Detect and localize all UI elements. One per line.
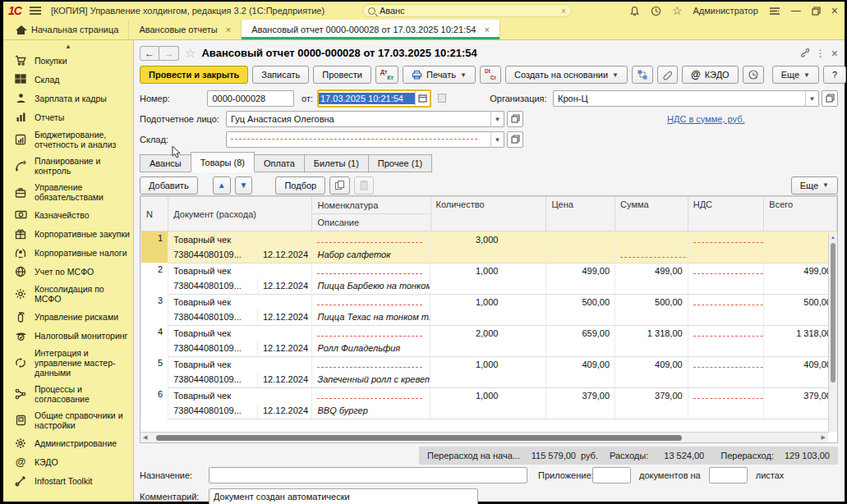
close-icon[interactable]: × [831, 5, 838, 16]
move-down-button[interactable]: ▼ [235, 176, 253, 195]
table-row-line2[interactable]: 738044080109...12.12.2024 Пицца Барбекю … [141, 278, 837, 294]
col-header-nomenclature[interactable]: Номенклатура [312, 197, 430, 214]
purpose-field[interactable] [209, 467, 527, 483]
table-row-line2[interactable]: 738044080109...12.12.2024 Набор салфеток [141, 247, 837, 263]
main-menu-icon[interactable] [30, 7, 41, 15]
table-more-button[interactable]: Еще▼ [791, 176, 838, 195]
sidebar-item-payroll-hr[interactable]: Зарплата и кадры [3, 89, 133, 108]
scroll-left-icon[interactable]: ◀ [140, 434, 150, 441]
move-up-button[interactable]: ▲ [213, 176, 231, 195]
favorites-star-icon[interactable]: ☆ [672, 4, 683, 17]
pick-button[interactable]: Подбор [275, 176, 325, 195]
table-row[interactable]: 1 Товарный чек 3,000 [141, 231, 837, 247]
vat-in-total-link[interactable]: НДС в сумме, руб. [667, 114, 745, 124]
vertical-scrollbar[interactable]: ▲ [828, 233, 837, 432]
col-header-price[interactable]: Цена [546, 197, 615, 231]
sidebar-item-warehouse[interactable]: Склад [3, 70, 133, 89]
col-header-qty[interactable]: Количество [430, 197, 546, 231]
more-dots-icon[interactable]: ⋮ [816, 48, 826, 59]
col-header-document[interactable]: Документ (расхода) [168, 197, 312, 231]
edo-exchange-button[interactable] [743, 66, 764, 84]
sidebar-item-kedo[interactable]: @КЭДО [3, 452, 133, 471]
kedo-button[interactable]: @КЭДО [682, 66, 739, 84]
table-row-line2[interactable]: 738044080109...12.12.2024 Запеченный рол… [141, 372, 837, 387]
chevron-down-icon[interactable]: ▼ [490, 131, 504, 148]
tab-advances[interactable]: Авансы [140, 154, 191, 172]
calendar-icon[interactable] [415, 91, 430, 106]
scroll-right-icon[interactable]: ▶ [819, 434, 828, 441]
sidebar-scroll-up[interactable]: ▲ [3, 42, 133, 51]
vertical-scroll-thumb[interactable] [831, 243, 835, 383]
save-button[interactable]: Записать [252, 66, 309, 84]
sidebar-item-corporate-taxes[interactable]: Корпоративные налоги [3, 243, 133, 262]
sidebar-item-reports[interactable]: Отчеты [3, 108, 133, 126]
warehouse-field[interactable] [226, 131, 491, 148]
date-field[interactable]: 17.03.2025 10:21:54 [317, 89, 431, 108]
person-field[interactable]: Гуц Анастасия Олеговна [226, 111, 491, 127]
service-menu-icon[interactable] [769, 7, 780, 16]
col-header-vat[interactable]: НДС [688, 197, 764, 231]
table-row[interactable]: 5 Товарный чек 1,000 409,00 409,00 409,0… [141, 356, 837, 372]
table-row-line2[interactable]: 738044080109...12.12.2024 BBQ бургер [141, 403, 837, 419]
attachment-sheets-field[interactable] [709, 467, 748, 483]
sidebar-item-obligations[interactable]: Управление обязательствами [3, 179, 133, 205]
post-button[interactable]: Провести [313, 66, 371, 84]
open-person-icon[interactable] [507, 111, 523, 127]
horizontal-scrollbar[interactable]: ◀ ▶ [140, 432, 828, 442]
sidebar-item-integration-mdm[interactable]: Интеграция и управление мастер-данными [3, 345, 133, 381]
get-link-icon[interactable] [799, 48, 810, 58]
current-user[interactable]: Администратор [693, 6, 757, 16]
chevron-down-icon[interactable]: ▼ [490, 111, 504, 127]
create-based-on-button[interactable]: Создать на основании▼ [505, 66, 628, 84]
comment-field[interactable]: Документ создан автоматически [209, 488, 478, 504]
col-header-n[interactable]: N [141, 197, 168, 231]
sidebar-item-ifrs-accounting[interactable]: Учет по МСФО [3, 262, 133, 281]
col-header-total[interactable]: Всего [764, 197, 837, 231]
table-row[interactable]: 4 Товарный чек 2,000 659,00 1 318,00 1 3… [141, 325, 837, 341]
close-document-icon[interactable]: × [831, 47, 838, 60]
back-icon[interactable]: ← [140, 46, 159, 61]
sidebar-item-risk-management[interactable]: Управление рисками [3, 307, 133, 326]
attachment-docs-field[interactable] [592, 467, 631, 483]
tab-advance-reports-list[interactable]: Авансовые отчеты × [129, 20, 242, 39]
copy-rows-button[interactable] [329, 176, 350, 195]
sidebar-item-administration[interactable]: Администрирование [3, 433, 133, 452]
chevron-down-icon[interactable]: ▼ [805, 90, 819, 107]
sidebar-item-budgeting[interactable]: Бюджетирование, отчетность и анализ [3, 126, 133, 153]
close-tab-icon[interactable]: × [226, 25, 231, 34]
favorite-star-icon[interactable]: ☆ [185, 46, 196, 61]
help-button[interactable]: ? [823, 66, 846, 84]
dtcr-postings-button[interactable]: DtCr [480, 66, 501, 84]
tab-home[interactable]: Начальная страница [7, 20, 129, 39]
more-button[interactable]: Еще▼ [772, 66, 819, 84]
sidebar-item-treasury[interactable]: Казначейство [3, 205, 133, 224]
attachments-button[interactable] [657, 66, 678, 84]
sidebar-item-planning[interactable]: Планирование и контроль [3, 153, 133, 179]
sidebar-item-tax-monitoring[interactable]: Налоговый мониторинг [3, 326, 133, 345]
dtkt-postings-button[interactable]: ДтКт [375, 66, 398, 84]
add-row-button[interactable]: Добавить [140, 176, 198, 195]
sidebar-item-infostart-toolkit[interactable]: Infostart Toolkit [3, 471, 133, 490]
restore-icon[interactable] [812, 7, 821, 16]
horizontal-scroll-thumb[interactable] [156, 435, 682, 441]
open-organization-icon[interactable] [822, 90, 838, 107]
table-row[interactable]: 6 Товарный чек 1,000 379,00 379,00 379,0… [141, 387, 837, 403]
sidebar-item-processes-approval[interactable]: Процессы и согласование [3, 381, 133, 407]
table-row-line2[interactable]: 738044080109...12.12.2024 Ролл Филадельф… [141, 341, 837, 356]
post-and-close-button[interactable]: Провести и закрыть [140, 66, 248, 84]
table-row[interactable]: 3 Товарный чек 1,000 500,00 500,00 500,0… [141, 294, 837, 309]
notifications-bell-icon[interactable] [629, 6, 640, 16]
close-tab-icon[interactable]: × [484, 25, 489, 34]
tab-advance-report-document[interactable]: Авансовый отчет 0000-000028 от 17.03.202… [242, 20, 500, 39]
tab-other[interactable]: Прочее (1) [368, 154, 432, 172]
related-documents-button[interactable] [632, 66, 653, 84]
print-button[interactable]: Печать▼ [403, 66, 476, 84]
forward-icon[interactable]: → [159, 46, 179, 61]
tab-tickets[interactable]: Билеты (1) [304, 154, 368, 172]
table-row[interactable]: 2 Товарный чек 1,000 499,00 499,00 499,0… [141, 263, 837, 278]
tab-payment[interactable]: Оплата [255, 154, 304, 172]
sidebar-item-corporate-purchases[interactable]: Корпоративные закупки [3, 224, 133, 243]
col-header-sum[interactable]: Сумма [615, 197, 688, 231]
sidebar-item-ifrs-consolidation[interactable]: Консолидация по МСФО [3, 281, 133, 307]
date-lock-checkbox[interactable] [438, 94, 446, 103]
